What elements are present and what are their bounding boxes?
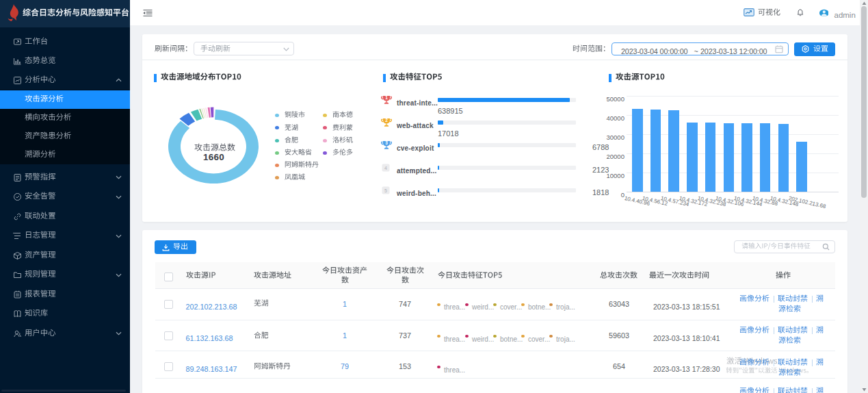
svg-text:3: 3 (385, 140, 388, 145)
svg-text:2: 2 (385, 118, 388, 123)
svg-text:5: 5 (384, 188, 387, 192)
svg-text:4: 4 (384, 166, 387, 170)
svg-text:1: 1 (385, 95, 388, 100)
